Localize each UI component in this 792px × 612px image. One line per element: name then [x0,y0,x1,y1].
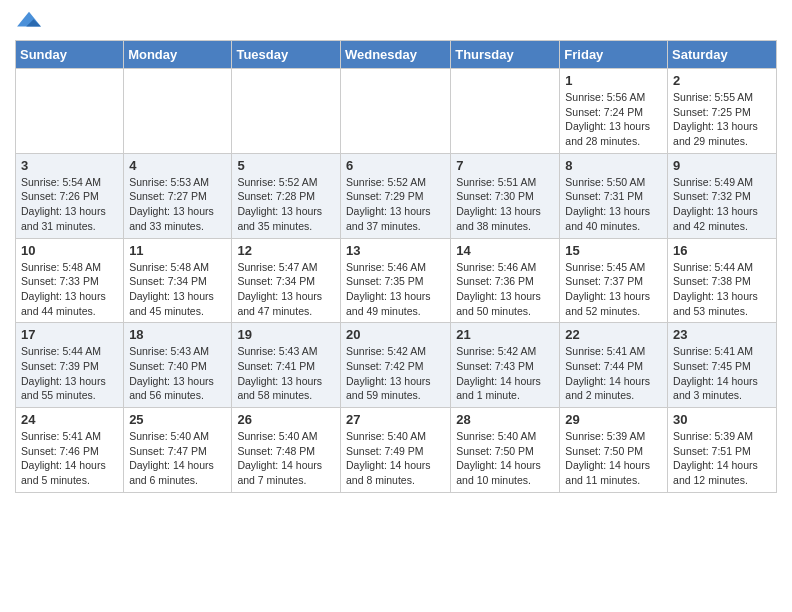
calendar-cell: 26Sunrise: 5:40 AM Sunset: 7:48 PM Dayli… [232,408,341,493]
calendar-cell: 28Sunrise: 5:40 AM Sunset: 7:50 PM Dayli… [451,408,560,493]
day-number: 26 [237,412,335,427]
calendar-cell: 8Sunrise: 5:50 AM Sunset: 7:31 PM Daylig… [560,153,668,238]
day-info: Sunrise: 5:48 AM Sunset: 7:33 PM Dayligh… [21,260,118,319]
day-number: 4 [129,158,226,173]
day-info: Sunrise: 5:53 AM Sunset: 7:27 PM Dayligh… [129,175,226,234]
day-number: 29 [565,412,662,427]
day-number: 21 [456,327,554,342]
calendar-day-header: Thursday [451,41,560,69]
calendar-cell: 30Sunrise: 5:39 AM Sunset: 7:51 PM Dayli… [668,408,777,493]
calendar-cell: 1Sunrise: 5:56 AM Sunset: 7:24 PM Daylig… [560,69,668,154]
calendar-cell: 15Sunrise: 5:45 AM Sunset: 7:37 PM Dayli… [560,238,668,323]
calendar-day-header: Wednesday [340,41,450,69]
day-number: 28 [456,412,554,427]
day-info: Sunrise: 5:50 AM Sunset: 7:31 PM Dayligh… [565,175,662,234]
calendar-cell: 6Sunrise: 5:52 AM Sunset: 7:29 PM Daylig… [340,153,450,238]
calendar-day-header: Monday [124,41,232,69]
day-info: Sunrise: 5:40 AM Sunset: 7:48 PM Dayligh… [237,429,335,488]
calendar-cell: 4Sunrise: 5:53 AM Sunset: 7:27 PM Daylig… [124,153,232,238]
calendar-cell: 3Sunrise: 5:54 AM Sunset: 7:26 PM Daylig… [16,153,124,238]
calendar-cell: 7Sunrise: 5:51 AM Sunset: 7:30 PM Daylig… [451,153,560,238]
day-number: 3 [21,158,118,173]
calendar-cell: 21Sunrise: 5:42 AM Sunset: 7:43 PM Dayli… [451,323,560,408]
calendar-cell: 19Sunrise: 5:43 AM Sunset: 7:41 PM Dayli… [232,323,341,408]
calendar-week-row: 17Sunrise: 5:44 AM Sunset: 7:39 PM Dayli… [16,323,777,408]
calendar-cell: 12Sunrise: 5:47 AM Sunset: 7:34 PM Dayli… [232,238,341,323]
day-info: Sunrise: 5:48 AM Sunset: 7:34 PM Dayligh… [129,260,226,319]
day-info: Sunrise: 5:41 AM Sunset: 7:44 PM Dayligh… [565,344,662,403]
day-number: 12 [237,243,335,258]
logo-icon [15,10,43,32]
calendar-cell: 25Sunrise: 5:40 AM Sunset: 7:47 PM Dayli… [124,408,232,493]
day-number: 14 [456,243,554,258]
day-info: Sunrise: 5:44 AM Sunset: 7:38 PM Dayligh… [673,260,771,319]
day-number: 9 [673,158,771,173]
day-info: Sunrise: 5:40 AM Sunset: 7:50 PM Dayligh… [456,429,554,488]
calendar-cell: 27Sunrise: 5:40 AM Sunset: 7:49 PM Dayli… [340,408,450,493]
day-info: Sunrise: 5:49 AM Sunset: 7:32 PM Dayligh… [673,175,771,234]
calendar-day-header: Saturday [668,41,777,69]
calendar-week-row: 24Sunrise: 5:41 AM Sunset: 7:46 PM Dayli… [16,408,777,493]
calendar-cell: 5Sunrise: 5:52 AM Sunset: 7:28 PM Daylig… [232,153,341,238]
calendar-day-header: Tuesday [232,41,341,69]
calendar-week-row: 3Sunrise: 5:54 AM Sunset: 7:26 PM Daylig… [16,153,777,238]
calendar-cell [451,69,560,154]
day-info: Sunrise: 5:42 AM Sunset: 7:42 PM Dayligh… [346,344,445,403]
day-info: Sunrise: 5:52 AM Sunset: 7:29 PM Dayligh… [346,175,445,234]
calendar-cell: 2Sunrise: 5:55 AM Sunset: 7:25 PM Daylig… [668,69,777,154]
day-number: 27 [346,412,445,427]
day-info: Sunrise: 5:46 AM Sunset: 7:36 PM Dayligh… [456,260,554,319]
day-number: 16 [673,243,771,258]
day-number: 1 [565,73,662,88]
day-number: 6 [346,158,445,173]
day-info: Sunrise: 5:54 AM Sunset: 7:26 PM Dayligh… [21,175,118,234]
day-info: Sunrise: 5:55 AM Sunset: 7:25 PM Dayligh… [673,90,771,149]
calendar-header-row: SundayMondayTuesdayWednesdayThursdayFrid… [16,41,777,69]
day-number: 20 [346,327,445,342]
calendar-cell: 18Sunrise: 5:43 AM Sunset: 7:40 PM Dayli… [124,323,232,408]
calendar-cell [340,69,450,154]
day-number: 25 [129,412,226,427]
calendar-cell: 16Sunrise: 5:44 AM Sunset: 7:38 PM Dayli… [668,238,777,323]
day-info: Sunrise: 5:41 AM Sunset: 7:46 PM Dayligh… [21,429,118,488]
calendar-cell: 14Sunrise: 5:46 AM Sunset: 7:36 PM Dayli… [451,238,560,323]
day-info: Sunrise: 5:42 AM Sunset: 7:43 PM Dayligh… [456,344,554,403]
day-number: 15 [565,243,662,258]
day-number: 30 [673,412,771,427]
day-info: Sunrise: 5:41 AM Sunset: 7:45 PM Dayligh… [673,344,771,403]
day-info: Sunrise: 5:45 AM Sunset: 7:37 PM Dayligh… [565,260,662,319]
calendar-day-header: Friday [560,41,668,69]
calendar-cell: 10Sunrise: 5:48 AM Sunset: 7:33 PM Dayli… [16,238,124,323]
day-info: Sunrise: 5:56 AM Sunset: 7:24 PM Dayligh… [565,90,662,149]
calendar-cell: 9Sunrise: 5:49 AM Sunset: 7:32 PM Daylig… [668,153,777,238]
day-number: 2 [673,73,771,88]
calendar-cell: 17Sunrise: 5:44 AM Sunset: 7:39 PM Dayli… [16,323,124,408]
calendar-week-row: 10Sunrise: 5:48 AM Sunset: 7:33 PM Dayli… [16,238,777,323]
day-number: 23 [673,327,771,342]
day-number: 18 [129,327,226,342]
calendar-table: SundayMondayTuesdayWednesdayThursdayFrid… [15,40,777,493]
day-number: 22 [565,327,662,342]
calendar-day-header: Sunday [16,41,124,69]
calendar-cell: 22Sunrise: 5:41 AM Sunset: 7:44 PM Dayli… [560,323,668,408]
day-number: 13 [346,243,445,258]
day-info: Sunrise: 5:51 AM Sunset: 7:30 PM Dayligh… [456,175,554,234]
calendar-cell [124,69,232,154]
day-info: Sunrise: 5:46 AM Sunset: 7:35 PM Dayligh… [346,260,445,319]
day-number: 10 [21,243,118,258]
day-number: 11 [129,243,226,258]
calendar-cell [16,69,124,154]
calendar-cell [232,69,341,154]
day-info: Sunrise: 5:40 AM Sunset: 7:47 PM Dayligh… [129,429,226,488]
day-info: Sunrise: 5:43 AM Sunset: 7:41 PM Dayligh… [237,344,335,403]
page-header [15,10,777,32]
day-info: Sunrise: 5:43 AM Sunset: 7:40 PM Dayligh… [129,344,226,403]
day-number: 19 [237,327,335,342]
day-number: 24 [21,412,118,427]
calendar-cell: 29Sunrise: 5:39 AM Sunset: 7:50 PM Dayli… [560,408,668,493]
day-info: Sunrise: 5:44 AM Sunset: 7:39 PM Dayligh… [21,344,118,403]
day-number: 17 [21,327,118,342]
calendar-cell: 13Sunrise: 5:46 AM Sunset: 7:35 PM Dayli… [340,238,450,323]
day-info: Sunrise: 5:39 AM Sunset: 7:51 PM Dayligh… [673,429,771,488]
calendar-week-row: 1Sunrise: 5:56 AM Sunset: 7:24 PM Daylig… [16,69,777,154]
